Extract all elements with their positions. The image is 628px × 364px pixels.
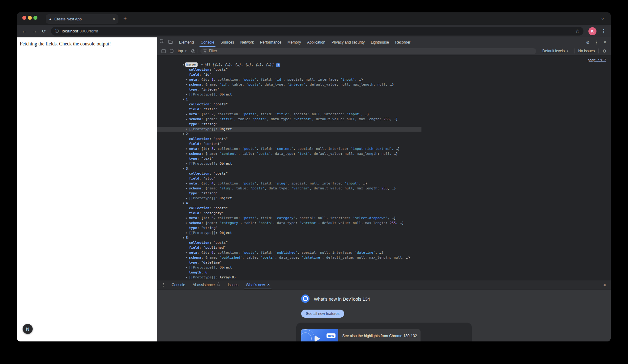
browser-tab[interactable]: ▲ Create Next App ✕ [46, 14, 118, 24]
console-token: : [379, 117, 383, 121]
devtools-close-icon[interactable]: ✕ [603, 40, 607, 44]
tab-memory[interactable]: Memory [284, 37, 304, 47]
expand-arrow[interactable]: ▼ [183, 201, 186, 206]
devtools-settings-icon[interactable]: ⚙ [586, 40, 590, 45]
execution-context-selector[interactable]: top▼ [178, 49, 187, 53]
console-token: 'input' [340, 78, 355, 82]
nextjs-devtools-button[interactable]: N [23, 324, 33, 334]
expand-arrow[interactable]: ▶ [186, 82, 189, 87]
issues-counter[interactable]: No Issues [578, 49, 595, 53]
expand-arrow[interactable]: ▶ [186, 275, 189, 280]
new-tab-button[interactable]: + [123, 15, 127, 23]
filter-input[interactable] [209, 49, 534, 53]
expand-arrow[interactable]: ▶ [186, 265, 189, 270]
console-token: schema [189, 221, 201, 225]
tab-elements[interactable]: Elements [176, 37, 198, 47]
maximize-window-button[interactable] [33, 16, 37, 20]
drawer-close-icon[interactable]: ✕ [603, 283, 606, 287]
expand-arrow[interactable]: ▶ [186, 196, 189, 201]
expand-arrow[interactable]: ▼ [183, 166, 186, 171]
console-token: max_length [357, 186, 377, 190]
expand-arrow[interactable]: ▶ [186, 146, 189, 151]
url-bar[interactable]: ⓘ localhost:3000/form ☆ [51, 27, 583, 36]
minimize-window-button[interactable] [28, 16, 32, 20]
console-filter[interactable] [200, 48, 536, 54]
expand-arrow[interactable]: ▶ [186, 151, 189, 156]
tab-console[interactable]: Console [198, 37, 217, 47]
tab-ai-assistance[interactable]: AI assistance [189, 280, 224, 289]
console-token: 'datetime' [301, 256, 322, 260]
tab-what-s-new[interactable]: What's new✕ [242, 280, 274, 289]
reload-button[interactable]: ⟳ [42, 29, 46, 33]
close-tab-icon[interactable]: ✕ [267, 283, 270, 287]
expand-arrow[interactable]: ▶ [186, 250, 189, 255]
expand-arrow[interactable]: ▶ [186, 221, 189, 226]
browser-menu-icon[interactable]: ⋮ [601, 28, 606, 34]
devtools-menu-icon[interactable]: ⋮ [594, 40, 599, 45]
highlights-video-link[interactable]: new See also the highlights from Chrome … [301, 329, 421, 341]
tab-close-icon[interactable]: ✕ [113, 17, 115, 21]
expand-arrow[interactable]: ▼ [183, 62, 186, 67]
expand-arrow[interactable]: ▼ [183, 97, 186, 102]
expand-arrow[interactable]: ▶ [186, 255, 189, 260]
expand-arrow[interactable]: ▶ [186, 92, 189, 97]
tab-recorder[interactable]: Recorder [392, 37, 413, 47]
live-expression-icon[interactable] [191, 49, 196, 53]
expand-arrow[interactable]: ▶ [186, 186, 189, 191]
console-token: type [189, 87, 197, 91]
back-button[interactable]: ← [22, 28, 27, 34]
expand-arrow[interactable]: ▼ [183, 132, 186, 137]
expand-arrow[interactable]: ▶ [186, 112, 189, 117]
tab-list-chevron-icon[interactable]: ⌄ [600, 15, 605, 21]
log-levels-dropdown[interactable]: Default levels▼ [542, 49, 569, 53]
expand-arrow[interactable]: ▼ [201, 62, 204, 67]
console-token: : [377, 152, 381, 156]
expand-arrow[interactable]: ▶ [186, 161, 189, 166]
experiment-flask-icon [217, 282, 220, 287]
expand-arrow[interactable]: ▶ [186, 77, 189, 82]
console-row: ▼4: [157, 201, 611, 206]
console-token: type [189, 157, 197, 161]
console-token: interface [324, 112, 343, 116]
expand-arrow[interactable]: ▶ [186, 117, 189, 122]
tab-console[interactable]: Console [168, 280, 189, 289]
forward-button[interactable]: → [32, 28, 37, 34]
inspect-element-icon[interactable] [160, 39, 164, 45]
expand-arrow[interactable]: ▶ [186, 216, 189, 221]
console-row: ▶[[Prototype]]: Object [157, 161, 611, 166]
video-thumbnail[interactable]: new [301, 329, 338, 341]
tab-privacy-and-security[interactable]: Privacy and security [328, 37, 368, 47]
tab-lighthouse[interactable]: Lighthouse [368, 37, 392, 47]
expand-arrow[interactable]: ▶ [186, 231, 189, 235]
expand-arrow[interactable]: ▶ [186, 127, 189, 132]
tab-issues[interactable]: Issues [224, 280, 242, 289]
bookmark-star-icon[interactable]: ☆ [575, 28, 579, 34]
console-token: name [207, 256, 216, 260]
tab-network[interactable]: Network [237, 37, 257, 47]
console-token: id [203, 112, 207, 116]
console-settings-icon[interactable]: ⚙ [602, 49, 606, 53]
console-token: field [189, 176, 199, 180]
expand-arrow[interactable]: ▼ [183, 235, 186, 240]
console-token: 'id' [220, 83, 228, 87]
site-info-icon[interactable]: ⓘ [55, 28, 59, 34]
console-token: : [207, 112, 211, 116]
console-token: : [197, 260, 201, 265]
console-sidebar-icon[interactable] [161, 49, 166, 53]
source-link[interactable]: page.js:7 [587, 58, 606, 62]
tab-sources[interactable]: Sources [217, 37, 237, 47]
close-window-button[interactable] [22, 16, 26, 20]
see-all-features-button[interactable]: See all new features [301, 310, 344, 318]
console-token: "slug" [203, 176, 216, 180]
clear-console-icon[interactable] [169, 49, 174, 53]
device-toolbar-icon[interactable] [168, 40, 173, 45]
expand-arrow[interactable]: ▶ [186, 181, 189, 186]
profile-avatar[interactable]: K [588, 27, 596, 35]
console-token: , [293, 147, 297, 151]
tab-performance[interactable]: Performance [257, 37, 284, 47]
tab-application[interactable]: Application [304, 37, 328, 47]
console-token: 'id' [275, 78, 283, 82]
console-token: : [238, 181, 242, 185]
console-token: , [257, 147, 261, 151]
drawer-menu-icon[interactable]: ⋮ [159, 282, 168, 287]
